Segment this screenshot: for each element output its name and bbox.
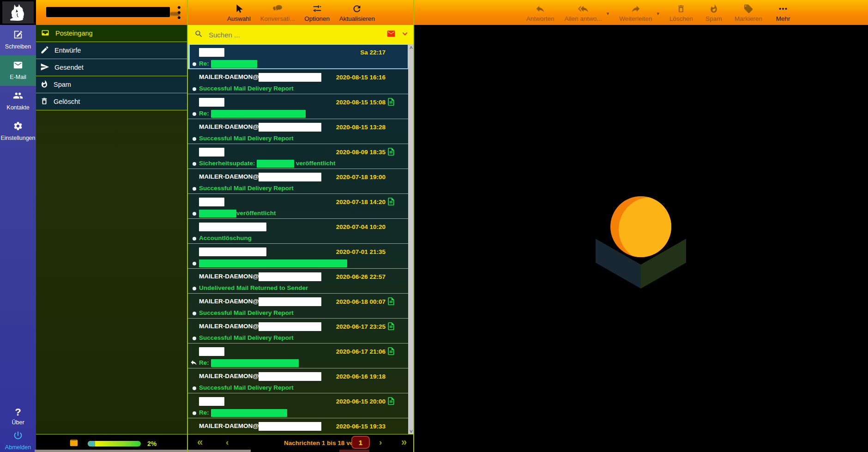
message-date: 2020-06-18 00:07 — [336, 298, 386, 305]
message-date: 2020-06-17 23:25 — [336, 323, 386, 330]
message-subject: Successful Mail Delivery Report — [199, 185, 294, 192]
more-button[interactable]: Mehr — [772, 3, 794, 22]
list-toolbar: Auswahl Konversati... Optionen Aktualisi… — [227, 3, 375, 22]
pencil-icon — [40, 45, 49, 56]
folder-spam[interactable]: Spam — [36, 76, 188, 93]
sender-text: MAILER-DAEMON@ — [199, 273, 259, 280]
answered-icon — [190, 359, 198, 368]
options-button[interactable]: Optionen — [304, 3, 330, 22]
message-row[interactable]: 2020-08-09 18:35 Sicherheitsupdate: verö… — [188, 144, 408, 169]
search-input[interactable] — [208, 30, 386, 39]
sidebar-item-mail[interactable]: E-Mail — [0, 55, 36, 86]
unread-dot-icon — [193, 212, 196, 216]
subject-redaction — [199, 210, 236, 217]
message-row[interactable]: 2020-07-04 10:20 Accountlöschung — [188, 219, 408, 244]
search-dropdown-chevron-icon[interactable] — [401, 30, 409, 39]
sidebar-item-settings[interactable]: Einstellungen — [0, 116, 36, 147]
unread-dot-icon — [193, 337, 196, 340]
conversations-button[interactable]: Konversati... — [260, 3, 295, 22]
search-bar — [188, 25, 414, 44]
compose-icon — [13, 30, 23, 42]
message-subject: Successful Mail Delivery Report — [199, 384, 294, 391]
fox-logo-icon — [2, 1, 34, 24]
sender-redaction — [259, 272, 321, 281]
reply-all-button[interactable]: Allen antwo... — [565, 3, 602, 22]
message-row[interactable]: 2020-06-17 21:06 Re: — [188, 344, 408, 368]
trash-icon — [40, 96, 48, 107]
select-button[interactable]: Auswahl — [227, 3, 251, 22]
trash-icon — [676, 3, 686, 14]
forward-caret-icon[interactable]: ▾ — [657, 11, 659, 17]
mark-button[interactable]: Markieren — [735, 3, 762, 22]
webmail-app: ••• Auswahl Konversati... Optionen — [0, 0, 868, 452]
message-date: 2020-08-15 16:16 — [336, 74, 386, 81]
message-sender — [199, 247, 266, 256]
sender-redaction — [259, 123, 321, 132]
app-logo-box[interactable] — [0, 0, 36, 25]
message-date: 2020-07-04 10:20 — [336, 223, 386, 230]
message-date: 2020-08-09 18:35 — [336, 149, 386, 156]
last-page-button[interactable]: » — [401, 436, 407, 448]
next-page-button[interactable]: › — [379, 437, 382, 447]
message-row[interactable]: Sa 22:17 Re: — [188, 44, 408, 69]
message-row[interactable]: MAILER-DAEMON@ 2020-06-26 22:57 Undelive… — [188, 269, 408, 294]
sidebar-item-logout[interactable]: Abmelden — [0, 426, 36, 452]
folder-trash[interactable]: Gelöscht — [36, 93, 188, 110]
pane-border-left — [187, 0, 188, 452]
message-row[interactable]: 2020-07-18 14:20 veröffentlicht — [188, 194, 408, 219]
unseen-filter-envelope-icon[interactable] — [386, 29, 397, 40]
reply-icon — [535, 3, 545, 14]
unread-dot-icon — [193, 62, 196, 66]
reply-button[interactable]: Antworten — [526, 3, 555, 22]
message-subject: Re: — [199, 359, 299, 366]
message-row[interactable]: 2020-07-01 21:35 — [188, 244, 408, 269]
forward-button[interactable]: Weiterleiten — [619, 3, 652, 22]
message-row[interactable]: MAILER-DAEMON@ 2020-08-15 16:16 Successf… — [188, 69, 408, 94]
sidebar-item-contacts[interactable]: Kontakte — [0, 86, 36, 116]
options-icon — [312, 3, 322, 14]
unread-dot-icon — [193, 287, 196, 290]
question-icon: ? — [15, 407, 21, 417]
unread-dot-icon — [193, 237, 196, 241]
message-row[interactable]: MAILER-DAEMON@ 2020-06-17 23:25 Successf… — [188, 319, 408, 344]
pagination-status: Nachrichten 1 bis 18 von 18 — [258, 440, 392, 446]
sender-text: MAILER-DAEMON@ — [199, 123, 259, 130]
message-sender: MAILER-DAEMON@ — [199, 322, 321, 331]
unread-dot-icon — [193, 187, 196, 191]
message-row[interactable]: MAILER-DAEMON@ 2020-07-18 19:00 Successf… — [188, 169, 408, 194]
message-row[interactable]: MAILER-DAEMON@ 2020-06-18 00:07 Successf… — [188, 294, 408, 319]
reply-all-caret-icon[interactable]: ▾ — [607, 11, 609, 17]
refresh-button[interactable]: Aktualisieren — [339, 3, 375, 22]
message-sender — [199, 198, 224, 206]
prev-page-button[interactable]: ‹ — [226, 437, 229, 447]
folder-inbox[interactable]: Posteingang — [36, 25, 188, 42]
message-row[interactable]: MAILER-DAEMON@ 2020-08-15 13:28 Successf… — [188, 119, 408, 144]
folder-drafts[interactable]: Entwürfe — [36, 42, 188, 59]
message-date: 2020-07-18 19:00 — [336, 174, 386, 181]
first-page-button[interactable]: « — [197, 436, 203, 448]
sender-redaction — [259, 322, 321, 331]
message-subject: veröffentlicht — [199, 210, 276, 217]
message-row[interactable]: MAILER-DAEMON@ 2020-06-16 19:18 Successf… — [188, 368, 408, 393]
folder-sent[interactable]: Gesendet — [36, 59, 188, 76]
quota-percent-label: 2% — [147, 440, 157, 447]
message-row[interactable]: 2020-08-15 15:08 Re: — [188, 94, 408, 119]
sender-text: MAILER-DAEMON@ — [199, 173, 259, 180]
sidebar-item-compose[interactable]: Schreiben — [0, 25, 36, 55]
message-sender — [199, 397, 224, 406]
message-row[interactable]: MAILER-DAEMON@ 2020-06-15 19:33 Successf… — [188, 418, 408, 434]
message-subject: Sicherheitsupdate: veröffentlicht — [199, 160, 336, 167]
unread-dot-icon — [193, 112, 196, 116]
account-menu-kebab-icon[interactable]: ••• — [177, 5, 181, 20]
current-page-button[interactable]: 1 — [351, 436, 370, 449]
message-date: 2020-07-01 21:35 — [336, 248, 386, 255]
delete-button[interactable]: Löschen — [669, 3, 693, 22]
message-subject: Successful Mail Delivery Report — [199, 135, 294, 142]
spam-button[interactable]: Spam — [703, 3, 724, 22]
message-row[interactable]: 2020-06-15 20:00 Re: — [188, 393, 408, 418]
message-sender — [199, 48, 224, 57]
gear-icon — [13, 121, 23, 133]
subject-redaction — [211, 409, 287, 417]
pane-border-bottom — [36, 434, 414, 434]
snappymail-logo-icon — [595, 187, 687, 290]
